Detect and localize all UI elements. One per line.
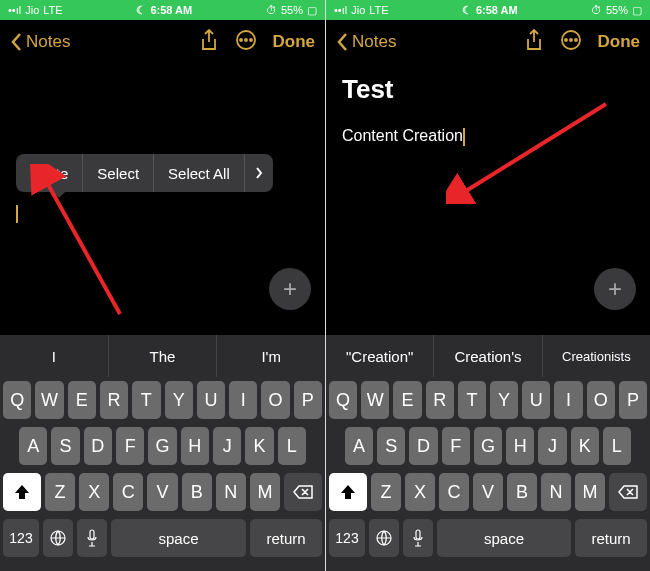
done-button[interactable]: Done [598,32,641,52]
key-y[interactable]: Y [165,381,193,419]
key-j[interactable]: J [538,427,566,465]
delete-key[interactable] [609,473,647,511]
key-m[interactable]: M [575,473,605,511]
key-l[interactable]: L [278,427,306,465]
key-w[interactable]: W [35,381,63,419]
key-j[interactable]: J [213,427,241,465]
key-q[interactable]: Q [3,381,31,419]
key-k[interactable]: K [571,427,599,465]
key-q[interactable]: Q [329,381,357,419]
suggestion-2[interactable]: The [109,335,218,377]
key-h[interactable]: H [181,427,209,465]
key-e[interactable]: E [68,381,96,419]
key-m[interactable]: M [250,473,280,511]
back-button[interactable]: Notes [336,32,396,52]
key-k[interactable]: K [245,427,273,465]
key-a[interactable]: A [19,427,47,465]
key-d[interactable]: D [84,427,112,465]
return-key[interactable]: return [250,519,322,557]
svg-point-9 [570,39,572,41]
key-t[interactable]: T [132,381,160,419]
key-u[interactable]: U [522,381,550,419]
add-button[interactable]: + [594,268,636,310]
key-row-1: Q W E R T Y U I O P [3,381,322,419]
key-h[interactable]: H [506,427,534,465]
suggestion-2[interactable]: Creation's [434,335,542,377]
key-c[interactable]: C [439,473,469,511]
key-p[interactable]: P [619,381,647,419]
context-menu: Paste Select Select All [16,154,273,192]
back-button[interactable]: Notes [10,32,70,52]
plus-icon: + [608,275,622,303]
key-g[interactable]: G [474,427,502,465]
select-menu-item[interactable]: Select [83,154,154,192]
key-t[interactable]: T [458,381,486,419]
key-r[interactable]: R [100,381,128,419]
key-l[interactable]: L [603,427,631,465]
note-body[interactable]: Content Creation [342,127,463,145]
key-z[interactable]: Z [371,473,401,511]
key-i[interactable]: I [554,381,582,419]
key-p[interactable]: P [294,381,322,419]
key-a[interactable]: A [345,427,373,465]
carrier: Jio [25,4,39,16]
note-content[interactable]: Paste Select Select All + [0,64,325,324]
add-button[interactable]: + [269,268,311,310]
key-u[interactable]: U [197,381,225,419]
paste-menu-item[interactable]: Paste [16,154,83,192]
key-f[interactable]: F [116,427,144,465]
return-key[interactable]: return [575,519,647,557]
key-v[interactable]: V [147,473,177,511]
delete-key[interactable] [284,473,322,511]
key-r[interactable]: R [426,381,454,419]
time: 6:58 AM [150,4,192,16]
key-y[interactable]: Y [490,381,518,419]
note-content[interactable]: Test Content Creation + [326,64,650,324]
key-b[interactable]: B [507,473,537,511]
numbers-key[interactable]: 123 [329,519,365,557]
suggestion-1[interactable]: I [0,335,109,377]
share-icon[interactable] [199,29,219,55]
menu-more-icon[interactable] [245,166,273,180]
globe-key[interactable] [43,519,73,557]
shift-key[interactable] [329,473,367,511]
suggestion-3[interactable]: I'm [217,335,325,377]
key-z[interactable]: Z [45,473,75,511]
key-s[interactable]: S [51,427,79,465]
share-icon[interactable] [524,29,544,55]
more-icon[interactable] [560,29,582,55]
suggestion-3[interactable]: Creationists [543,335,650,377]
select-all-menu-item[interactable]: Select All [154,154,245,192]
signal-icon: ••ıl [8,4,21,16]
done-button[interactable]: Done [273,32,316,52]
mic-key[interactable] [403,519,433,557]
key-e[interactable]: E [393,381,421,419]
key-c[interactable]: C [113,473,143,511]
globe-key[interactable] [369,519,399,557]
key-x[interactable]: X [405,473,435,511]
key-d[interactable]: D [409,427,437,465]
key-n[interactable]: N [216,473,246,511]
space-key[interactable]: space [437,519,571,557]
text-cursor [16,205,18,223]
mic-key[interactable] [77,519,107,557]
key-row-2: A S D F G H J K L [3,427,322,465]
more-icon[interactable] [235,29,257,55]
key-o[interactable]: O [261,381,289,419]
key-g[interactable]: G [148,427,176,465]
key-o[interactable]: O [587,381,615,419]
key-n[interactable]: N [541,473,571,511]
space-key[interactable]: space [111,519,246,557]
key-w[interactable]: W [361,381,389,419]
key-v[interactable]: V [473,473,503,511]
svg-point-1 [240,39,242,41]
key-f[interactable]: F [442,427,470,465]
shift-key[interactable] [3,473,41,511]
suggestion-1[interactable]: "Creation" [326,335,434,377]
key-i[interactable]: I [229,381,257,419]
note-title[interactable]: Test [342,74,634,105]
key-b[interactable]: B [182,473,212,511]
key-s[interactable]: S [377,427,405,465]
key-x[interactable]: X [79,473,109,511]
numbers-key[interactable]: 123 [3,519,39,557]
